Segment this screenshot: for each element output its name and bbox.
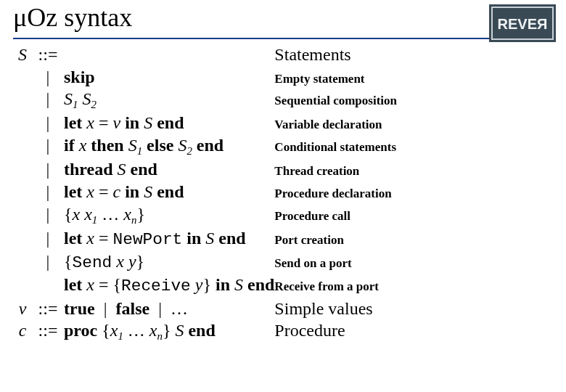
grammar-desc: Variable declaration: [274, 112, 397, 134]
grammar-op: ::=: [32, 44, 64, 66]
grammar-body: let x = c in S end: [64, 181, 274, 203]
title-rule: [13, 38, 553, 39]
grammar-desc: Receive from a port: [274, 274, 397, 297]
grammar-body: S1 S2: [64, 88, 274, 112]
grammar-desc: Send on a port: [274, 250, 397, 274]
grammar-lhs: [13, 158, 32, 181]
grammar-lhs: S: [13, 44, 32, 66]
logo: REVEЯ: [489, 4, 556, 42]
grammar-op: |: [32, 158, 64, 181]
grammar-op: |: [32, 88, 64, 112]
grammar-lhs: [13, 250, 32, 274]
grammar-block: S ::= Statements |skipEmpty statement|S1…: [13, 44, 553, 344]
grammar-lhs: [13, 203, 32, 227]
grammar-lhs: [13, 112, 32, 134]
grammar-lhs: [13, 134, 32, 158]
grammar-desc: Procedure: [274, 319, 397, 343]
grammar-body: let x = {Receive y} in S end: [64, 274, 274, 297]
grammar-body: if x then S1 else S2 end: [64, 134, 274, 158]
grammar-body: {Send x y}: [64, 250, 274, 274]
grammar-lhs: [13, 274, 32, 297]
grammar-desc: Conditional statements: [274, 134, 397, 158]
grammar-desc: Simple values: [274, 298, 397, 320]
grammar-desc: Empty statement: [274, 66, 397, 89]
grammar-body: [64, 44, 274, 66]
grammar-op: |: [32, 66, 64, 89]
logo-text: REVEЯ: [498, 16, 548, 32]
grammar-body: {x x1 … xn}: [64, 203, 274, 227]
grammar-desc: Procedure call: [274, 203, 397, 227]
grammar-body: true | false | …: [64, 298, 274, 320]
grammar-op: ::=: [32, 319, 64, 343]
grammar-desc: Procedure declaration: [274, 181, 397, 203]
grammar-body: thread S end: [64, 158, 274, 181]
grammar-lhs: c: [13, 319, 32, 343]
grammar-body: skip: [64, 66, 274, 89]
grammar-lhs: [13, 88, 32, 112]
grammar-desc: Sequential composition: [274, 88, 397, 112]
grammar-lhs: v: [13, 298, 32, 320]
grammar-desc: Statements: [274, 44, 397, 66]
slide: REVEЯ μOz syntax S ::= Statements |skipE…: [0, 0, 566, 392]
grammar-desc: Thread creation: [274, 158, 397, 181]
grammar-op: |: [32, 203, 64, 227]
grammar-op: |: [32, 227, 64, 250]
slide-title: μOz syntax: [13, 4, 553, 35]
grammar-lhs: [13, 227, 32, 250]
grammar-body: let x = NewPort in S end: [64, 227, 274, 250]
grammar-op: |: [32, 181, 64, 203]
grammar-op: |: [32, 250, 64, 274]
grammar-desc: Port creation: [274, 227, 397, 250]
grammar-op: |: [32, 134, 64, 158]
grammar-body: proc {x1 … xn} S end: [64, 319, 274, 343]
grammar-op: ::=: [32, 298, 64, 320]
grammar-lhs: [13, 181, 32, 203]
grammar-lhs: [13, 66, 32, 89]
grammar-op: [32, 274, 64, 297]
grammar-body: let x = v in S end: [64, 112, 274, 134]
grammar-op: |: [32, 112, 64, 134]
